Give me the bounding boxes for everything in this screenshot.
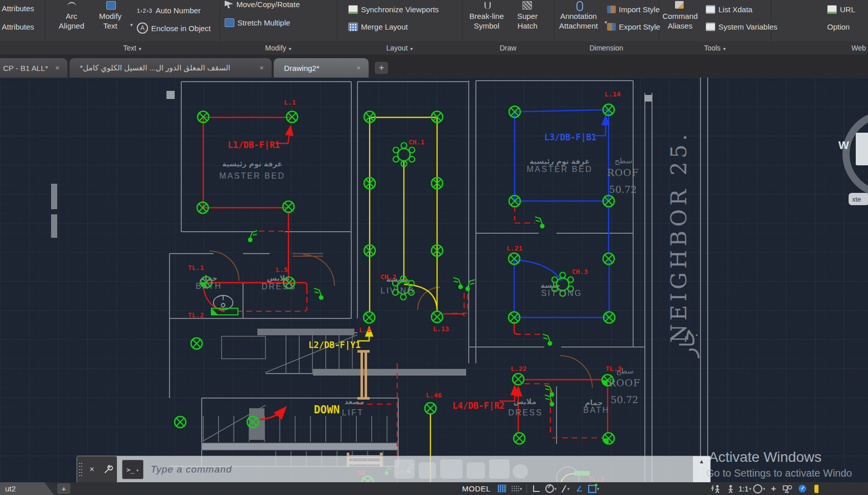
merge-layout-button[interactable]: Merge Layout: [348, 22, 408, 31]
label-l46: L.46: [426, 391, 442, 399]
graphics-performance-button[interactable]: [795, 483, 809, 494]
room-living-ar: معيشة: [386, 275, 409, 283]
modify-text-button[interactable]: Modify Text: [94, 11, 127, 31]
isolate-objects-button[interactable]: [781, 483, 794, 494]
annotation-visibility-toggle[interactable]: [710, 483, 723, 494]
option-label: Option: [827, 22, 850, 31]
import-attributes-button[interactable]: t Attributes: [0, 4, 34, 13]
autoscale-icon: [727, 484, 734, 493]
export-style-button[interactable]: Export Style: [607, 22, 660, 31]
panel-label-dimension[interactable]: Dimension: [554, 41, 659, 55]
label-l13: L.13: [433, 325, 449, 333]
stretch-multiple-label: Stretch Multiple: [237, 18, 290, 27]
room-masterbed-right-en: MASTER BED: [526, 165, 592, 174]
doc-tab-drawing2[interactable]: Drawing2* ×: [274, 58, 369, 78]
super-hatch-button[interactable]: Super Hatch: [512, 11, 543, 31]
panel-label-tools[interactable]: Tools: [659, 41, 771, 55]
panel-label-modify[interactable]: Modify: [220, 41, 337, 55]
room-sitting-ar: جلسة: [541, 281, 561, 289]
command-input[interactable]: Type a command: [151, 464, 692, 475]
new-layout-button[interactable]: +: [57, 483, 70, 494]
merge-layout-label: Merge Layout: [361, 22, 408, 31]
clean-screen-toggle[interactable]: +: [767, 483, 780, 494]
status-bar: ut2 + MODEL ▾ ▾ ▾ ∠ ▾ 1:1▾ ▾ +: [0, 482, 868, 495]
ortho-mode-toggle[interactable]: [530, 483, 543, 494]
layout-panel-caret-icon: [411, 44, 413, 52]
room-labels: غرفة نوم رئيسية غرفة نوم رئيسية معيشة جل…: [196, 157, 609, 417]
panel-label-draw[interactable]: Draw: [462, 41, 554, 55]
object-snap-toggle[interactable]: ▾: [587, 483, 600, 494]
command-bar-customize-button[interactable]: [100, 456, 117, 483]
command-aliases-button[interactable]: Command Aliases: [661, 11, 700, 31]
label-ch1: CH.1: [408, 138, 424, 146]
drawing-canvas[interactable]: L.1 CH.1 L.14 CH.2 CH.3 L.21 L.13 L.8 TL…: [0, 78, 868, 495]
workspace-switching-button[interactable]: ▾: [753, 483, 766, 494]
url-option2-button[interactable]: Option: [827, 22, 850, 31]
doc-tab1-close-icon[interactable]: ×: [55, 64, 59, 72]
doc-tab3-close-icon[interactable]: ×: [356, 64, 360, 72]
system-variables-button[interactable]: System Variables: [706, 22, 778, 31]
import-style-icon: [607, 6, 616, 13]
polar-tracking-icon: [545, 484, 554, 493]
ribbon-panel-draw: Break-line Symbol Super Hatch Draw: [462, 0, 554, 55]
import-style-button[interactable]: Import Style: [607, 5, 660, 14]
switch-symbols: [248, 217, 554, 475]
url-option-button[interactable]: URL: [827, 5, 855, 14]
enclose-in-object-label: Enclose in Object: [151, 24, 211, 33]
panel-label-web[interactable]: Web: [771, 41, 868, 55]
panel-label-attributes: [0, 41, 45, 55]
hardware-acceleration-partial[interactable]: [810, 483, 823, 494]
url-label: URL: [840, 5, 855, 14]
xte-tooltip-label: xte: [852, 195, 861, 203]
label-l22: L.22: [511, 365, 526, 373]
room-bath-right-en: BATH: [583, 406, 609, 414]
grid-display-toggle[interactable]: [496, 483, 509, 494]
command-bar-grip[interactable]: [77, 456, 84, 483]
command-bar-close-button[interactable]: ×: [84, 456, 100, 483]
enclose-in-object-button[interactable]: A Enclose in Object: [137, 22, 211, 34]
breakline-symbol-button[interactable]: Break-line Symbol: [466, 11, 507, 31]
doc-tab-arabic[interactable]: السقف المعلق الدور ال... الغسيل الكلوي ك…: [69, 58, 272, 78]
room-masterbed-left-ar: غرفة نوم رئيسية: [222, 160, 282, 168]
new-drawing-tab-button[interactable]: +: [375, 62, 388, 74]
model-space-button[interactable]: MODEL: [462, 484, 491, 493]
doc-tab1-label: CP - B1 ALL*: [3, 64, 48, 72]
panel-label-layout[interactable]: Layout: [337, 41, 462, 55]
label-l8: L.8: [359, 326, 371, 334]
doc-tab-cp-b1-all[interactable]: CP - B1 ALL* ×: [0, 58, 67, 78]
activate-windows-line1: Activate Windows: [709, 449, 822, 465]
annotation-attachment-button[interactable]: Annotation Attachment: [555, 11, 602, 31]
move-copy-rotate-icon: [225, 1, 233, 8]
doc-tab2-close-icon[interactable]: ×: [259, 64, 263, 72]
room-bath-left-en: BATH: [196, 282, 222, 290]
polar-tracking-toggle[interactable]: ▾: [544, 483, 558, 494]
annotation-scale-button[interactable]: 1:1▾: [738, 483, 752, 494]
autocad-window: t Attributes t Attributes Arc Aligned Mo…: [0, 0, 868, 495]
panel-label-text[interactable]: Text: [45, 41, 220, 55]
dimension-panel-title: Dimension: [589, 44, 623, 52]
snap-mode-toggle[interactable]: ▾: [510, 483, 523, 494]
osnap-tracking-toggle[interactable]: ∠: [573, 483, 586, 494]
list-xdata-button[interactable]: List Xdata: [706, 5, 753, 14]
isodraft-toggle[interactable]: ▾: [559, 483, 572, 494]
stretch-multiple-button[interactable]: Stretch Multiple: [225, 18, 290, 27]
synchronize-viewports-button[interactable]: Synchronize Viewports: [348, 5, 439, 14]
arc-aligned-button[interactable]: Arc Aligned: [54, 11, 89, 31]
neighbor-ar-label: جار: [676, 329, 700, 358]
viewcube[interactable]: W: [838, 114, 868, 194]
snap-icon: [511, 485, 519, 492]
layout-tab[interactable]: ut2: [0, 482, 54, 495]
list-xdata-label: List Xdata: [718, 5, 753, 14]
command-prompt-button[interactable]: >_: [122, 460, 143, 479]
ribbon-panel-dimension: Annotation Attachment Import Style Expor…: [554, 0, 659, 55]
export-attributes-button[interactable]: t Attributes: [0, 22, 34, 31]
draw-panel-title: Draw: [500, 44, 517, 52]
ribbon-panel-web: URL Option Web: [771, 0, 868, 55]
super-hatch-icon: [522, 1, 532, 10]
ribbon-panel-tools: Command Aliases List Xdata System Variab…: [659, 0, 771, 55]
autoscale-toggle[interactable]: [724, 483, 737, 494]
modify-text-label1: Modify: [99, 12, 122, 20]
label-tl2: TL.2: [188, 311, 204, 319]
auto-number-button[interactable]: 1›2›3 Auto Number: [137, 6, 201, 15]
move-copy-rotate-button[interactable]: Move/Copy/Rotate: [225, 0, 300, 9]
